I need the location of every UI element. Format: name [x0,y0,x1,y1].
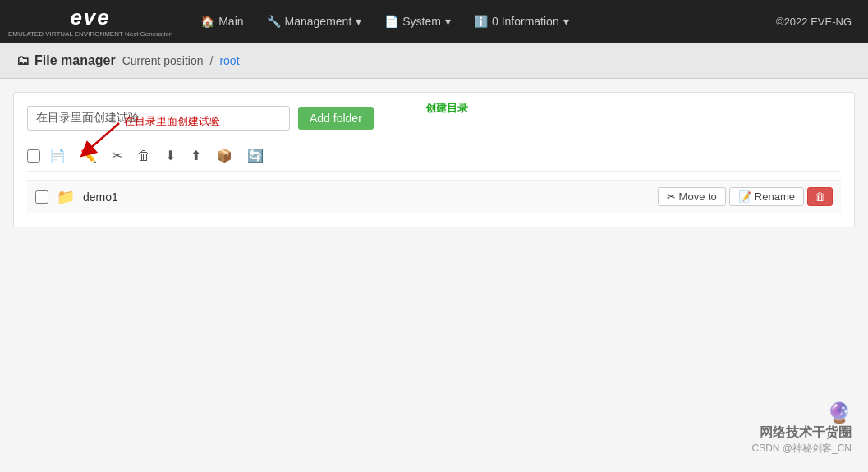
download-icon: ⬇ [165,148,176,163]
nav-items: 🏠 Main 🔧 Management ▾ 📄 System ▾ ℹ️ 0 In… [189,0,860,43]
add-folder-button[interactable]: Add folder [298,107,374,130]
breadcrumb-bar: 🗂 File manager Current position / root [0,43,868,79]
system-icon: 📄 [384,15,398,28]
archive-icon: 📦 [216,148,232,163]
new-file-button[interactable]: 📄 [44,144,71,167]
breadcrumb-separator: / [210,54,214,67]
home-icon: 🏠 [200,15,214,28]
nav-copyright: ©2022 EVE-NG [776,16,860,28]
upload-icon: ⬆ [191,148,201,163]
rename-toolbar-button[interactable]: ✏️ [75,144,103,167]
rename-icon: 📝 [738,190,751,203]
nav-system-label: System [402,15,441,28]
page-title: File manager [34,53,116,68]
archive-button[interactable]: 📦 [210,144,238,167]
info-icon: ℹ️ [474,15,488,28]
scissors-icon: ✂ [112,148,122,163]
move-icon: ✂ [667,190,676,203]
file-list: 📁 demo1 ✂ Move to 📝 Rename 🗑 [27,180,841,213]
move-to-button[interactable]: ✂ Move to [658,187,726,206]
nav-management-label: Management [285,15,352,28]
refresh-icon: 🔄 [247,148,264,163]
delete-toolbar-button[interactable]: 🗑 [131,144,156,167]
chevron-down-icon2: ▾ [445,15,451,28]
refresh-button[interactable]: 🔄 [241,144,269,167]
file-actions: ✂ Move to 📝 Rename 🗑 [658,187,833,206]
top-navigation: eve EMULATED VIRTUAL ENVIRONMENT Next Ge… [0,0,868,43]
delete-button[interactable]: 🗑 [807,187,833,206]
new-file-icon: 📄 [49,148,66,163]
move-to-label: Move to [679,190,717,203]
main-content: 创建目录 在目录里面创建试验 Add folder 📄 ✏️ ✂ 🗑 [13,92,855,227]
trash-icon: 🗑 [137,149,150,163]
file-manager-icon: 🗂 [16,53,30,68]
chevron-down-icon3: ▾ [563,15,569,28]
file-row-checkbox[interactable] [35,190,48,204]
folder-hint-label: 创建目录 [425,101,468,116]
breadcrumb-title: 🗂 File manager [16,53,116,68]
table-row: 📁 demo1 ✂ Move to 📝 Rename 🗑 [27,181,841,213]
cut-button[interactable]: ✂ [106,144,128,167]
input-hint-label: 在目录里面创建试验 [124,114,220,129]
nav-information-label: 0 Information [492,15,559,28]
delete-icon: 🗑 [815,190,825,203]
file-name: demo1 [83,190,650,204]
select-all-checkbox[interactable] [27,149,40,163]
logo-text: eve [70,5,110,30]
nav-main[interactable]: 🏠 Main [189,0,255,43]
logo-subtitle: EMULATED VIRTUAL ENVIRONMENT Next Genera… [8,30,172,39]
nav-system[interactable]: 📄 System ▾ [373,0,462,43]
nav-main-label: Main [218,15,243,28]
pencil-icon: ✏️ [80,148,97,163]
wrench-icon: 🔧 [267,15,281,28]
logo: eve EMULATED VIRTUAL ENVIRONMENT Next Ge… [8,5,172,39]
breadcrumb-current[interactable]: root [219,54,239,67]
breadcrumb-label: Current position [122,54,204,67]
nav-information[interactable]: ℹ️ 0 Information ▾ [462,0,581,43]
rename-button[interactable]: 📝 Rename [729,187,804,206]
upload-button[interactable]: ⬆ [185,144,207,167]
rename-label: Rename [755,190,795,203]
nav-management[interactable]: 🔧 Management ▾ [255,0,374,43]
folder-icon: 📁 [57,188,75,206]
chevron-down-icon: ▾ [356,15,361,28]
toolbar: 📄 ✏️ ✂ 🗑 ⬇ ⬆ 📦 🔄 [27,140,841,172]
download-button[interactable]: ⬇ [159,144,181,167]
